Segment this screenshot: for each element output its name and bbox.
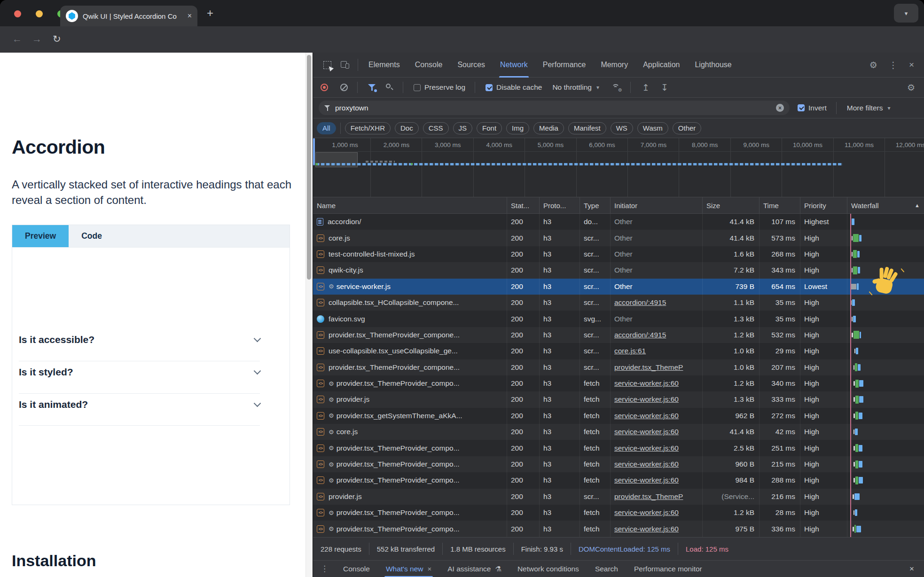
chip-fetchxhr[interactable]: Fetch/XHR xyxy=(345,122,391,134)
column-header-name[interactable]: Name xyxy=(313,197,507,213)
column-header-waterfall[interactable]: Waterfall▲ xyxy=(847,197,924,213)
record-network-log-icon[interactable] xyxy=(321,84,328,91)
initiator-link[interactable]: provider.tsx_ThemeP xyxy=(614,492,683,501)
preserve-log-checkbox[interactable] xyxy=(414,84,421,91)
devtools-tab-elements[interactable]: Elements xyxy=(361,53,407,78)
initiator-link[interactable]: service-worker.js:60 xyxy=(614,412,679,420)
browser-tab[interactable]: Qwik UI | Styled Accordion Co × xyxy=(60,6,197,26)
throttling-select[interactable]: No throttling xyxy=(552,83,592,92)
initiator-link[interactable]: service-worker.js:60 xyxy=(614,476,679,484)
tab-preview[interactable]: Preview xyxy=(12,225,69,247)
drawer-tab-what-s-new[interactable]: What's new× xyxy=(378,561,439,577)
drawer-close-icon[interactable]: × xyxy=(909,564,924,574)
table-row[interactable]: <>provider.tsx_ThemeProvider_compone...2… xyxy=(313,327,924,343)
initiator-link[interactable]: service-worker.js:60 xyxy=(614,508,679,517)
drawer-more-icon[interactable]: ⋮ xyxy=(313,564,335,574)
devtools-tab-memory[interactable]: Memory xyxy=(593,53,635,78)
column-header-initiator[interactable]: Initiator xyxy=(611,197,703,213)
drawer-tab-performance-monitor[interactable]: Performance monitor xyxy=(626,561,710,577)
devtools-tab-performance[interactable]: Performance xyxy=(535,53,594,78)
table-row[interactable]: <>⚙provider.tsx_ThemeProvider_compo...20… xyxy=(313,472,924,488)
back-button[interactable]: ← xyxy=(12,33,22,45)
chip-css[interactable]: CSS xyxy=(423,122,449,134)
drawer-tab-console[interactable]: Console xyxy=(335,561,378,577)
table-row[interactable]: <>⚙provider.tsx_getSystemTheme_aKkA...20… xyxy=(313,408,924,424)
drawer-tab-ai-assistance[interactable]: AI assistance⚗ xyxy=(439,561,509,577)
more-filters-button[interactable]: More filters xyxy=(847,104,883,112)
tab-code[interactable]: Code xyxy=(69,225,115,247)
initiator-link[interactable]: service-worker.js:60 xyxy=(614,379,679,388)
devtools-settings-icon[interactable]: ⚙ xyxy=(869,60,877,70)
network-overview-timeline[interactable]: 1,000 ms2,000 ms3,000 ms4,000 ms5,000 ms… xyxy=(313,138,924,197)
table-row[interactable]: <>provider.js200h3scr...provider.tsx_The… xyxy=(313,489,924,505)
table-row[interactable]: accordion/200h3do...Other41.4 kB107 msHi… xyxy=(313,214,924,230)
initiator-link[interactable]: service-worker.js:60 xyxy=(614,460,679,468)
network-settings-icon[interactable]: ⚙ xyxy=(907,82,924,93)
accordion-item-styled[interactable]: Is it styled? xyxy=(19,367,260,377)
initiator-link[interactable]: service-worker.js:60 xyxy=(614,395,679,404)
initiator-link[interactable]: core.js:61 xyxy=(614,347,646,355)
minimize-window-button[interactable] xyxy=(36,10,43,17)
initiator-link[interactable]: service-worker.js:60 xyxy=(614,525,679,533)
column-header-type[interactable]: Type xyxy=(580,197,611,213)
reload-button[interactable]: ↻ xyxy=(53,33,61,45)
search-icon[interactable] xyxy=(386,84,393,91)
export-har-icon[interactable]: ↧ xyxy=(661,82,668,93)
timeline-drag-handle[interactable] xyxy=(313,138,315,165)
initiator-link[interactable]: service-worker.js:60 xyxy=(614,444,679,452)
initiator-link[interactable]: service-worker.js:60 xyxy=(614,428,679,436)
column-header-priority[interactable]: Priority xyxy=(800,197,847,213)
chip-media[interactable]: Media xyxy=(533,122,564,134)
column-header-protocol[interactable]: Proto... xyxy=(540,197,580,213)
table-row[interactable]: <>qwik-city.js200h3scr...Other7.2 kB343 … xyxy=(313,262,924,278)
devtools-tab-console[interactable]: Console xyxy=(407,53,450,78)
devtools-tab-application[interactable]: Application xyxy=(635,53,687,78)
filter-icon[interactable] xyxy=(368,84,376,91)
chip-other[interactable]: Other xyxy=(673,122,702,134)
chip-all[interactable]: All xyxy=(317,122,336,134)
tab-close-icon[interactable]: × xyxy=(188,12,192,20)
devtools-tab-lighthouse[interactable]: Lighthouse xyxy=(687,53,739,78)
column-header-size[interactable]: Size xyxy=(703,197,760,213)
table-row[interactable]: <>⚙provider.tsx_ThemeProvider_compo...20… xyxy=(313,521,924,537)
table-row[interactable]: <>use-collapsible.tsx_useCollapsible_ge.… xyxy=(313,343,924,359)
table-row[interactable]: <>core.js200h3scr...Other41.4 kB573 msHi… xyxy=(313,230,924,246)
invert-filter-checkbox[interactable] xyxy=(798,104,805,111)
page-scrollbar-track[interactable] xyxy=(305,53,313,577)
table-row[interactable]: <>provider.tsx_ThemeProvider_compone...2… xyxy=(313,359,924,375)
drawer-tab-close-icon[interactable]: × xyxy=(428,565,432,573)
clear-filter-icon[interactable]: × xyxy=(776,104,784,112)
table-row[interactable]: <>⚙provider.tsx_ThemeProvider_compo...20… xyxy=(313,505,924,521)
table-row[interactable]: <>⚙provider.tsx_ThemeProvider_compo...20… xyxy=(313,375,924,391)
initiator-link[interactable]: provider.tsx_ThemeP xyxy=(614,363,683,372)
table-row[interactable]: <>⚙provider.tsx_ThemeProvider_compo...20… xyxy=(313,440,924,456)
tab-search-button[interactable]: ▾ xyxy=(894,4,918,23)
device-toolbar-icon[interactable] xyxy=(341,61,349,69)
table-row[interactable]: <>⚙provider.js200h3fetchservice-worker.j… xyxy=(313,391,924,407)
chip-doc[interactable]: Doc xyxy=(395,122,419,134)
clear-network-log-icon[interactable] xyxy=(340,84,348,91)
devtools-tab-sources[interactable]: Sources xyxy=(450,53,493,78)
column-header-status[interactable]: Stat... xyxy=(507,197,540,213)
chip-font[interactable]: Font xyxy=(477,122,502,134)
chip-wasm[interactable]: Wasm xyxy=(637,122,668,134)
import-har-icon[interactable]: ↥ xyxy=(642,82,650,93)
table-row[interactable]: <>⚙core.js200h3fetchservice-worker.js:60… xyxy=(313,424,924,440)
chip-img[interactable]: Img xyxy=(506,122,529,134)
initiator-link[interactable]: accordion/:4915 xyxy=(614,298,666,307)
chip-manifest[interactable]: Manifest xyxy=(568,122,606,134)
filter-input[interactable]: proxytown × xyxy=(319,101,790,115)
new-tab-button[interactable]: + xyxy=(207,7,213,20)
inspect-element-icon[interactable] xyxy=(323,61,331,69)
devtools-more-icon[interactable]: ⋮ xyxy=(889,60,898,70)
table-row[interactable]: <>⚙service-worker.js200h3scr...Other739 … xyxy=(313,279,924,295)
table-row[interactable]: <>collapsible.tsx_HCollapsible_compone..… xyxy=(313,295,924,311)
devtools-close-icon[interactable]: × xyxy=(909,60,914,70)
drawer-tab-search[interactable]: Search xyxy=(587,561,626,577)
close-window-button[interactable] xyxy=(14,10,21,17)
forward-button[interactable]: → xyxy=(32,33,42,45)
chip-ws[interactable]: WS xyxy=(611,122,633,134)
table-row[interactable]: favicon.svg200h3svg...Other1.3 kB35 msHi… xyxy=(313,311,924,327)
column-header-time[interactable]: Time xyxy=(760,197,800,213)
page-scrollbar-thumb[interactable] xyxy=(307,55,311,280)
